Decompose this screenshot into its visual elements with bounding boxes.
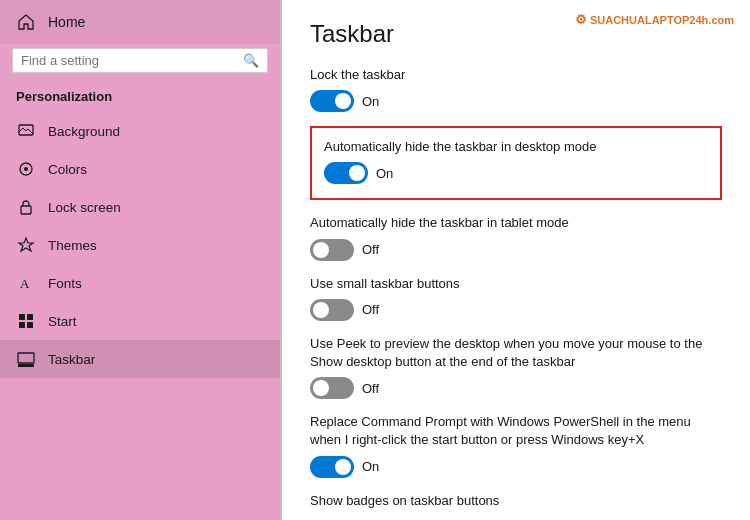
setting-label-use-peek: Use Peek to preview the desktop when you… bbox=[310, 335, 722, 371]
toggle-thumb-auto-hide-tablet bbox=[313, 242, 329, 258]
search-input[interactable] bbox=[21, 53, 243, 68]
toggle-thumb-small-taskbar-buttons bbox=[313, 302, 329, 318]
sidebar-item-start[interactable]: Start bbox=[0, 302, 280, 340]
background-icon bbox=[16, 121, 36, 141]
search-icon: 🔍 bbox=[243, 53, 259, 68]
setting-label-show-badges: Show badges on taskbar buttons bbox=[310, 492, 722, 510]
setting-section-use-peek: Use Peek to preview the desktop when you… bbox=[310, 335, 722, 399]
sidebar-item-label-background: Background bbox=[48, 124, 120, 139]
setting-section-show-badges: Show badges on taskbar buttons bbox=[310, 492, 722, 510]
sidebar: Home 🔍 Personalization BackgroundColorsL… bbox=[0, 0, 280, 520]
setting-section-lock-taskbar: Lock the taskbarOn bbox=[310, 66, 722, 112]
toggle-row-lock-taskbar: On bbox=[310, 90, 722, 112]
toggle-auto-hide-tablet[interactable] bbox=[310, 239, 354, 261]
sidebar-item-label-lock-screen: Lock screen bbox=[48, 200, 121, 215]
svg-rect-5 bbox=[19, 314, 25, 320]
sidebar-item-lock-screen[interactable]: Lock screen bbox=[0, 188, 280, 226]
sidebar-item-colors[interactable]: Colors bbox=[0, 150, 280, 188]
sidebar-item-label-themes: Themes bbox=[48, 238, 97, 253]
toggle-thumb-use-peek bbox=[313, 380, 329, 396]
svg-rect-10 bbox=[18, 364, 34, 367]
personalization-heading: Personalization bbox=[0, 81, 280, 112]
toggle-lock-taskbar[interactable] bbox=[310, 90, 354, 112]
toggle-auto-hide-desktop[interactable] bbox=[324, 162, 368, 184]
toggle-thumb-auto-hide-desktop bbox=[349, 165, 365, 181]
sidebar-item-themes[interactable]: Themes bbox=[0, 226, 280, 264]
lock-icon bbox=[16, 197, 36, 217]
toggle-use-peek[interactable] bbox=[310, 377, 354, 399]
setting-label-small-taskbar-buttons: Use small taskbar buttons bbox=[310, 275, 722, 293]
toggle-small-taskbar-buttons[interactable] bbox=[310, 299, 354, 321]
toggle-thumb-lock-taskbar bbox=[335, 93, 351, 109]
toggle-replace-command-prompt[interactable] bbox=[310, 456, 354, 478]
sidebar-item-taskbar[interactable]: Taskbar bbox=[0, 340, 280, 378]
themes-icon bbox=[16, 235, 36, 255]
watermark-gear-icon: ⚙ bbox=[575, 12, 587, 27]
toggle-thumb-replace-command-prompt bbox=[335, 459, 351, 475]
sidebar-item-fonts[interactable]: AFonts bbox=[0, 264, 280, 302]
svg-rect-9 bbox=[18, 353, 34, 363]
sidebar-item-background[interactable]: Background bbox=[0, 112, 280, 150]
setting-label-replace-command-prompt: Replace Command Prompt with Windows Powe… bbox=[310, 413, 722, 449]
watermark: ⚙ SUACHUALAPTOP24h.com bbox=[575, 12, 734, 27]
setting-label-auto-hide-desktop: Automatically hide the taskbar in deskto… bbox=[324, 138, 708, 156]
toggle-status-auto-hide-tablet: Off bbox=[362, 242, 379, 257]
watermark-text: SUACHUALAPTOP24h.com bbox=[590, 14, 734, 26]
sidebar-item-label-start: Start bbox=[48, 314, 77, 329]
svg-text:A: A bbox=[20, 276, 30, 291]
sidebar-item-home[interactable]: Home bbox=[0, 0, 280, 44]
sidebar-item-label-fonts: Fonts bbox=[48, 276, 82, 291]
toggle-row-replace-command-prompt: On bbox=[310, 456, 722, 478]
start-icon bbox=[16, 311, 36, 331]
home-label: Home bbox=[48, 14, 85, 30]
svg-rect-7 bbox=[19, 322, 25, 328]
toggle-row-use-peek: Off bbox=[310, 377, 722, 399]
sidebar-item-label-colors: Colors bbox=[48, 162, 87, 177]
svg-rect-3 bbox=[21, 206, 31, 214]
main-content: ⚙ SUACHUALAPTOP24h.com Taskbar Lock the … bbox=[282, 0, 750, 520]
toggle-status-small-taskbar-buttons: Off bbox=[362, 302, 379, 317]
toggle-status-auto-hide-desktop: On bbox=[376, 166, 393, 181]
setting-section-replace-command-prompt: Replace Command Prompt with Windows Powe… bbox=[310, 413, 722, 477]
setting-label-lock-taskbar: Lock the taskbar bbox=[310, 66, 722, 84]
colors-icon bbox=[16, 159, 36, 179]
toggle-status-lock-taskbar: On bbox=[362, 94, 379, 109]
sidebar-item-label-taskbar: Taskbar bbox=[48, 352, 95, 367]
toggle-status-use-peek: Off bbox=[362, 381, 379, 396]
home-icon bbox=[16, 12, 36, 32]
toggle-row-auto-hide-desktop: On bbox=[324, 162, 708, 184]
taskbar-icon bbox=[16, 349, 36, 369]
fonts-icon: A bbox=[16, 273, 36, 293]
settings-list: Lock the taskbarOnAutomatically hide the… bbox=[310, 66, 722, 510]
toggle-row-small-taskbar-buttons: Off bbox=[310, 299, 722, 321]
svg-point-2 bbox=[24, 167, 28, 171]
toggle-row-auto-hide-tablet: Off bbox=[310, 239, 722, 261]
svg-rect-8 bbox=[27, 322, 33, 328]
toggle-status-replace-command-prompt: On bbox=[362, 459, 379, 474]
nav-items-list: BackgroundColorsLock screenThemesAFontsS… bbox=[0, 112, 280, 378]
search-box[interactable]: 🔍 bbox=[12, 48, 268, 73]
setting-section-small-taskbar-buttons: Use small taskbar buttonsOff bbox=[310, 275, 722, 321]
svg-rect-6 bbox=[27, 314, 33, 320]
setting-section-auto-hide-tablet: Automatically hide the taskbar in tablet… bbox=[310, 214, 722, 260]
setting-label-auto-hide-tablet: Automatically hide the taskbar in tablet… bbox=[310, 214, 722, 232]
highlighted-setting-auto-hide-desktop: Automatically hide the taskbar in deskto… bbox=[310, 126, 722, 200]
